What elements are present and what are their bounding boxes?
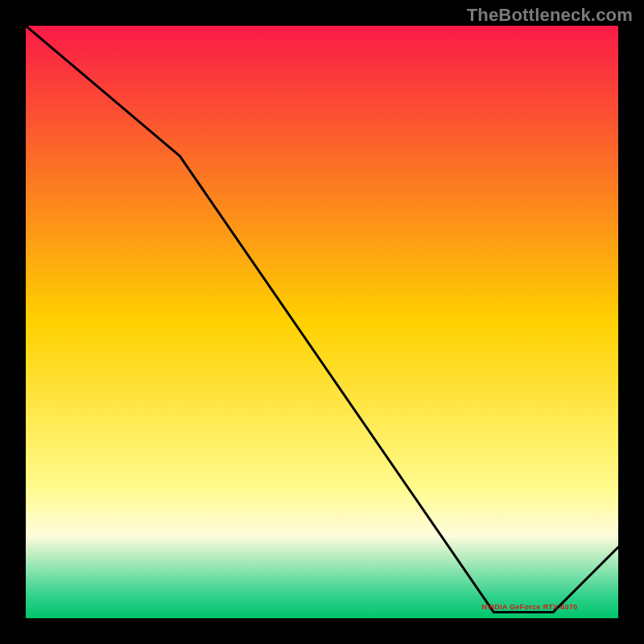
chart-svg bbox=[26, 26, 618, 618]
attribution-label: TheBottleneck.com bbox=[467, 5, 633, 26]
series-annotation: NVIDIA GeForce RTX 4070 bbox=[481, 603, 577, 611]
plot-area: NVIDIA GeForce RTX 4070 bbox=[26, 26, 618, 618]
chart-frame: TheBottleneck.com NVIDIA GeForce RTX 407… bbox=[0, 0, 644, 644]
gradient-background bbox=[26, 26, 618, 618]
